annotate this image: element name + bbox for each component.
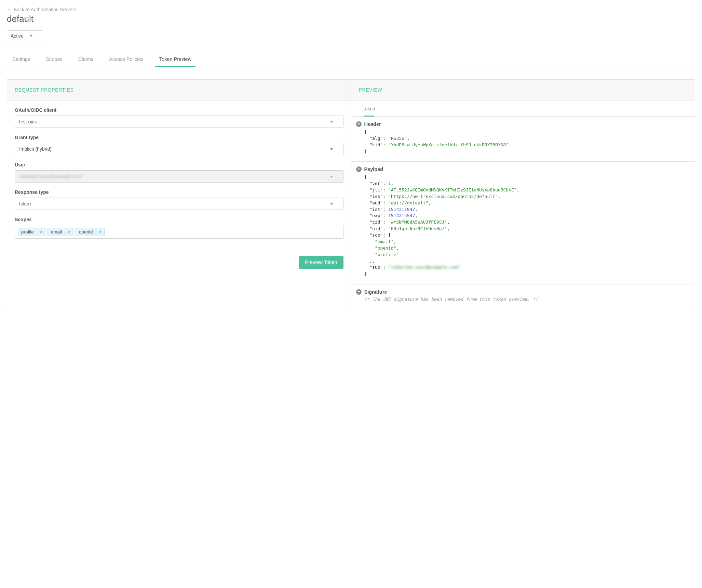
response-value: token: [19, 201, 31, 206]
preview-panel-title: PREVIEW: [351, 80, 695, 101]
request-panel: REQUEST PROPERTIES OAuth/OIDC client tes…: [7, 80, 351, 309]
tab-access-policies[interactable]: Access Policies: [108, 53, 144, 67]
grant-label: Grant type: [15, 135, 343, 140]
scope-tag-label: email: [48, 228, 65, 236]
chevron-down-icon: [356, 121, 362, 127]
payload-code: { "ver": 1, "jti": "AT.552JwKQImOodMNQKV…: [356, 174, 688, 277]
subtab-token[interactable]: token: [364, 106, 375, 116]
back-link-label: Back to Authorization Servers: [14, 7, 77, 12]
preview-panel: PREVIEW token Header { "alg": "RS256", "…: [351, 80, 695, 309]
scope-tag: profile ×: [18, 228, 45, 236]
scopes-input[interactable]: profile × email × openid ×: [15, 225, 343, 239]
signature-note: /* The JWT signature has been removed fr…: [356, 297, 688, 302]
header-section-toggle[interactable]: Header: [356, 121, 688, 127]
tabs: Settings Scopes Claims Access Policies T…: [7, 53, 695, 67]
remove-icon[interactable]: ×: [37, 228, 45, 236]
header-section-title: Header: [364, 121, 381, 127]
client-value: test oidc: [19, 119, 37, 124]
response-label: Response type: [15, 189, 343, 195]
payload-section-toggle[interactable]: Payload: [356, 166, 688, 172]
status-select[interactable]: Active: [7, 30, 43, 41]
grant-value: Implicit (hybrid): [19, 146, 52, 152]
panel-container: REQUEST PROPERTIES OAuth/OIDC client tes…: [7, 79, 695, 309]
back-link[interactable]: ← Back to Authorization Servers: [7, 7, 77, 12]
chevron-down-icon: [356, 289, 362, 295]
subtab-row: token: [351, 101, 695, 117]
response-select[interactable]: token: [15, 198, 343, 210]
user-select[interactable]: redacted.user@example.com: [15, 170, 343, 183]
page-title: default: [7, 14, 695, 24]
request-panel-title: REQUEST PROPERTIES: [7, 80, 351, 101]
chevron-down-icon: [30, 35, 32, 37]
payload-section-title: Payload: [364, 166, 383, 172]
arrow-left-icon: ←: [7, 7, 12, 12]
remove-icon[interactable]: ×: [65, 228, 73, 236]
scope-tag: openid ×: [76, 228, 105, 236]
header-section: Header { "alg": "RS256", "kid": "YbdE6kw…: [351, 117, 695, 162]
signature-section: Signature /* The JWT signature has been …: [351, 284, 695, 309]
user-value: redacted.user@example.com: [19, 174, 82, 179]
chevron-down-icon: [330, 121, 333, 123]
client-label: OAuth/OIDC client: [15, 107, 343, 113]
preview-token-button[interactable]: Preview Token: [299, 256, 343, 269]
scopes-label: Scopes: [15, 217, 343, 222]
scope-tag-label: profile: [18, 228, 37, 236]
user-label: User: [15, 162, 343, 168]
tab-settings[interactable]: Settings: [12, 53, 31, 67]
chevron-down-icon: [330, 203, 333, 205]
status-value: Active: [11, 33, 24, 39]
tab-scopes[interactable]: Scopes: [45, 53, 63, 67]
remove-icon[interactable]: ×: [96, 228, 104, 236]
header-code: { "alg": "RS256", "kid": "YbdE6kw_UyepWp…: [356, 129, 688, 155]
client-select[interactable]: test oidc: [15, 116, 343, 128]
chevron-down-icon: [356, 166, 362, 172]
payload-section: Payload { "ver": 1, "jti": "AT.552JwKQIm…: [351, 162, 695, 284]
tab-claims[interactable]: Claims: [78, 53, 94, 67]
signature-section-toggle[interactable]: Signature: [356, 289, 688, 295]
signature-section-title: Signature: [364, 289, 387, 295]
scope-tag-label: openid: [76, 228, 96, 236]
chevron-down-icon: [330, 176, 333, 177]
scope-tag: email ×: [48, 228, 73, 236]
chevron-down-icon: [330, 148, 333, 150]
grant-select[interactable]: Implicit (hybrid): [15, 143, 343, 155]
tab-token-preview[interactable]: Token Preview: [159, 53, 192, 67]
